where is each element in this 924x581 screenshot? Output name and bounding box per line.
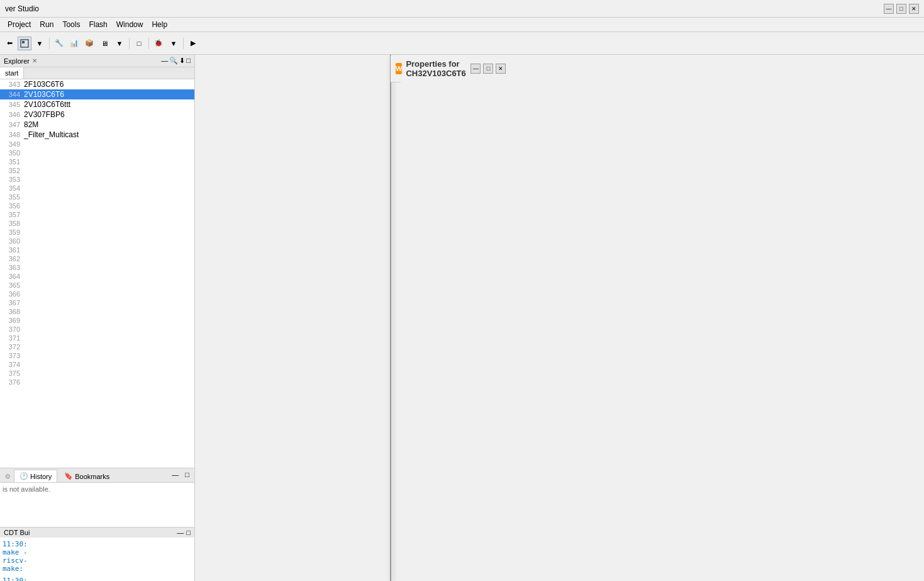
tree-item-373[interactable]: 373 [0,351,194,360]
console-maximize-btn[interactable]: □ [186,529,191,536]
menubar: Project Run Tools Flash Window Help [0,18,924,32]
tree-item-349[interactable]: 349 [0,140,194,149]
bottom-minimize-btn[interactable]: — [169,470,181,482]
tab-spacer [116,470,168,482]
bottom-content: is not available. [0,483,194,527]
tree-item-356[interactable]: 356 [0,201,194,210]
start-tab[interactable]: start [0,67,24,79]
tree-item-2v307[interactable]: 346 2V307FBP6 [0,110,194,120]
toolbar-btn-11[interactable]: ▼ [167,37,181,50]
toolbar-btn-7[interactable]: 🖥 [97,37,111,50]
tree-item-367[interactable]: 367 [0,298,194,307]
close-btn[interactable]: ✕ [909,4,919,14]
tree-item-355[interactable]: 355 [0,193,194,201]
tree-item-375[interactable]: 375 [0,369,194,378]
tree-item-372[interactable]: 372 [0,342,194,351]
console-line-5: 11:30: [3,577,192,582]
toolbar-btn-10[interactable]: 🐞 [152,37,165,50]
menu-tools[interactable]: Tools [58,19,84,30]
bottom-panel-icon: ⊙ [3,470,13,482]
window-controls: — □ ✕ [884,4,919,14]
title-bar: ver Studio — □ ✕ [0,0,924,18]
explorer-expand-btn[interactable]: ⬇ [179,57,185,65]
dialog-title-icon: W [396,63,402,74]
minimize-btn[interactable]: — [884,4,894,14]
toolbar-btn-2[interactable] [18,37,31,50]
dialog-close-btn[interactable]: ✕ [496,64,506,74]
tree-item-2v103ttt[interactable]: 345 2V103C6T6ttt [0,99,194,110]
tree-item-376[interactable]: 376 [0,378,194,386]
explorer-header: Explorer ✕ — 🔍 ⬇ □ [0,55,194,67]
tree-item-362[interactable]: 362 [0,254,194,263]
tree-item-369[interactable]: 369 [0,316,194,325]
bookmarks-tab[interactable]: 🔖 Bookmarks [58,470,115,482]
menu-window[interactable]: Window [113,19,147,30]
toolbar-btn-12[interactable]: ▶ [186,37,200,50]
dialog-title-area: W Properties for CH32V103C6T6 [396,59,470,78]
console-line-1: 11:30: [3,540,192,548]
tree-item-352[interactable]: 352 [0,166,194,175]
maximize-btn[interactable]: □ [896,4,906,14]
history-tab[interactable]: 🕐 History [14,470,57,482]
history-not-available: is not available. [3,485,192,493]
editor-tabs: start [0,67,194,79]
explorer-minimize-btn[interactable]: — [161,57,168,65]
bottom-tab-bar: ⊙ 🕐 History 🔖 Bookmarks — □ [0,468,194,483]
bookmarks-tab-icon: 🔖 [64,472,73,480]
main-toolbar: ⬅ ▼ 🔧 📊 📦 🖥 ▼ □ 🐞 ▼ ▶ [0,32,924,55]
toolbar-btn-6[interactable]: 📦 [82,37,96,50]
console-line-3: riscv- [3,556,192,565]
tree-item-350[interactable]: 350 [0,149,194,157]
tree-item-2f103[interactable]: 343 2F103C6T6 [0,79,194,89]
tree-item-filter[interactable]: 348 _Filter_Multicast [0,130,194,140]
console-content: 11:30: make - riscv- make: 11:30: [0,538,194,582]
tree-item-357[interactable]: 357 [0,210,194,219]
console-minimize-btn[interactable]: — [177,529,184,536]
explorer-view-btn[interactable]: 🔍 [169,57,178,65]
tree-item-364[interactable]: 364 [0,272,194,281]
tree-item-2v103c6t6[interactable]: 344 2V103C6T6 [0,89,194,99]
tree-item-360[interactable]: 360 [0,237,194,245]
tree-item-365[interactable]: 365 [0,281,194,290]
console-title: CDT Bui [4,529,30,536]
dialog-title-text: Properties for CH32V103C6T6 [406,59,470,78]
app-title: ver Studio [5,4,39,13]
toolbar-btn-5[interactable]: 📊 [67,37,81,50]
tree-item-363[interactable]: 363 [0,263,194,272]
tree-item-370[interactable]: 370 [0,325,194,334]
toolbar-btn-4[interactable]: 🔧 [52,37,66,50]
explorer-maximize-btn[interactable]: □ [186,57,191,65]
menu-project[interactable]: Project [4,19,35,30]
explorer-controls: — 🔍 ⬇ □ [161,57,191,65]
tree-item-82m[interactable]: 347 82M [0,120,194,130]
dialog-maximize-btn[interactable]: □ [483,64,493,74]
tree-item-358[interactable]: 358 [0,219,194,228]
tree-item-371[interactable]: 371 [0,334,194,342]
toolbar-btn-8[interactable]: ▼ [113,37,126,50]
tree-item-359[interactable]: 359 [0,228,194,237]
dialog-window-controls: — □ ✕ [470,64,506,74]
tree-item-366[interactable]: 366 [0,290,194,298]
tree-item-351[interactable]: 351 [0,157,194,166]
toolbar-btn-9[interactable]: □ [132,37,146,50]
tree-item-374[interactable]: 374 [0,360,194,369]
menu-flash[interactable]: Flash [85,19,111,30]
dialog-minimize-btn[interactable]: — [470,64,481,74]
properties-dialog: W Properties for CH32V103C6T6 — □ ✕ [390,55,391,581]
toolbar-btn-1[interactable]: ⬅ [3,37,16,50]
console-line-4: make: [3,565,192,573]
bottom-maximize-btn[interactable]: □ [182,470,192,482]
explorer-close-icon[interactable]: ✕ [32,57,37,64]
toolbar-btn-3[interactable]: ▼ [33,37,47,50]
console-title-area: CDT Bui [4,529,30,536]
tree-item-354[interactable]: 354 [0,184,194,193]
menu-run[interactable]: Run [36,19,57,30]
menu-help[interactable]: Help [148,19,171,30]
tree-item-368[interactable]: 368 [0,307,194,316]
console-controls: — □ [177,529,191,536]
tree-item-361[interactable]: 361 [0,245,194,254]
tree-item-353[interactable]: 353 [0,175,194,184]
console-header: CDT Bui — □ [0,527,194,538]
toolbar-separator-1 [49,38,50,49]
console-line-2: make - [3,548,192,556]
